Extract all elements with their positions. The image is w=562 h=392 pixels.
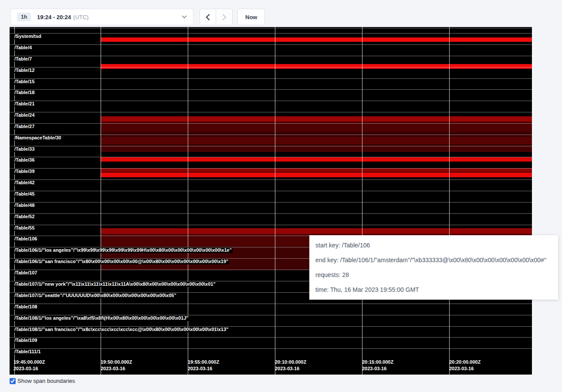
chevron-down-icon (182, 15, 187, 19)
span-boundary-line (10, 33, 532, 34)
tooltip-requests: requests: 28 (315, 270, 552, 279)
time-axis-label: 20:20:00.000Z2023-03-16 (449, 359, 481, 372)
time-axis-label: 20:15:00.000Z2023-03-16 (362, 359, 393, 372)
now-button[interactable]: Now (237, 9, 265, 25)
time-gridline (449, 27, 450, 375)
span-key-label: /Table/108 (14, 304, 38, 310)
span-boundary-line (10, 123, 532, 124)
span-boundary-line (10, 112, 532, 112)
time-axis-label: 20:10:00.000Z2023-03-16 (275, 359, 306, 372)
span-key-label: /Table/109 (14, 338, 38, 343)
span-key-label: /Table/24 (14, 112, 35, 118)
span-boundary-line (10, 304, 532, 304)
span-boundary-line (10, 135, 532, 135)
span-key-label: /Table/18 (14, 90, 35, 95)
heat-band[interactable] (101, 116, 532, 122)
span-key-label: /Table/4 (14, 45, 33, 51)
tooltip-end-key: end key: /Table/106/1/"amsterdam"/"\xb33… (315, 256, 552, 264)
span-key-label: /Table/27 (14, 124, 35, 129)
span-key-label: /Table/107 (14, 270, 38, 276)
span-key-label: /Table/108/1/"san francisco"/"\x8c\xcc\x… (14, 327, 229, 332)
span-key-label: /Table/15 (14, 79, 35, 84)
span-boundary-line (10, 28, 532, 28)
span-key-label: /Table/106/1/"los angeles"/"\x99\x99\x99… (14, 247, 233, 253)
time-gridline (362, 27, 362, 375)
span-boundary-line (10, 101, 532, 101)
span-key-label: /Table/12 (14, 68, 35, 73)
span-key-label: /Table/45 (14, 191, 35, 197)
heat-band[interactable] (101, 37, 532, 42)
span-tooltip: start key: /Table/106 end key: /Table/10… (309, 235, 558, 300)
time-range-preset-badge: 1h (17, 13, 31, 21)
heat-band[interactable] (101, 157, 532, 162)
span-key-label: /Table/7 (14, 56, 33, 62)
chevron-right-icon (222, 14, 227, 20)
time-window-nav (200, 9, 233, 25)
span-key-label: /Table/33 (14, 146, 35, 152)
span-key-label: /Table/111/1 (14, 349, 41, 355)
span-boundary-line (10, 89, 532, 90)
span-boundary-line (10, 56, 532, 56)
time-gridline (101, 27, 101, 375)
span-boundary-line (10, 146, 532, 146)
show-span-boundaries-checkbox[interactable] (10, 378, 16, 384)
span-key-label: /Table/21 (14, 101, 35, 107)
time-range-timezone: (UTC) (73, 14, 88, 20)
span-boundary-line (10, 67, 532, 68)
next-window-button[interactable] (216, 9, 233, 25)
span-boundary-line (10, 337, 532, 338)
time-axis-label: 19:45:00.000Z2023-03-16 (14, 359, 45, 372)
chevron-left-icon (206, 14, 210, 20)
span-boundary-line (10, 168, 532, 169)
span-key-label: /Table/48 (14, 203, 35, 208)
time-gridline (275, 27, 275, 375)
span-key-label: /Table/106 (14, 236, 38, 242)
span-boundary-line (10, 78, 532, 79)
span-key-label: /Table/52 (14, 214, 35, 220)
span-boundary-line (10, 157, 532, 157)
span-boundary-line (10, 213, 532, 214)
tooltip-start-key: start key: /Table/106 (315, 241, 552, 250)
tooltip-time: time: Thu, 16 Mar 2023 19:55:00 GMT (315, 285, 552, 294)
span-key-label: /Table/107/1/"seattle"/"UUUUUUD\x00\x80\… (14, 293, 177, 298)
span-key-label: /Table/107/1/"new york"/"\x11\x11\x11\x1… (14, 281, 217, 287)
span-boundary-line (10, 225, 532, 225)
span-key-label: /Table/108/1/"los angeles"/"\xa8\xf5\x8f… (14, 315, 190, 321)
heat-band[interactable] (101, 137, 532, 145)
heat-band[interactable] (101, 228, 532, 234)
heatmap-canvas[interactable]: /System/tsd/Table/4/Table/7/Table/12/Tab… (10, 27, 532, 375)
span-boundary-line (10, 202, 532, 203)
time-axis-label: 19:55:00.000Z2023-03-16 (188, 359, 219, 372)
show-span-boundaries-label[interactable]: Show span boundaries (17, 378, 75, 384)
span-key-label: /Table/39 (14, 169, 35, 174)
span-boundary-line (10, 348, 532, 349)
span-key-label: /System/tsd (14, 34, 42, 39)
span-boundary-line (10, 44, 532, 45)
time-range-selector[interactable]: 1h 19:24 - 20:24 (UTC) (10, 9, 193, 25)
time-gridline (188, 27, 188, 375)
span-boundary-line (10, 179, 532, 180)
heat-band[interactable] (101, 172, 532, 177)
time-axis-label: 19:50:00.000Z2023-03-16 (101, 359, 132, 372)
heat-band[interactable] (101, 64, 532, 69)
span-key-label: /NamespaceTable/30 (14, 135, 62, 141)
previous-window-button[interactable] (200, 9, 216, 25)
span-boundary-line (10, 191, 532, 191)
heat-band[interactable] (101, 168, 532, 172)
canvas-options: Show span boundaries (10, 378, 75, 384)
span-key-label: /Table/106/1/"san francisco"/"\x80\x00\x… (14, 259, 229, 264)
span-key-label: /Table/55 (14, 225, 35, 231)
span-key-label: /Table/36 (14, 157, 35, 163)
time-range-label: 19:24 - 20:24 (37, 14, 71, 20)
span-key-label: /Table/42 (14, 180, 35, 186)
